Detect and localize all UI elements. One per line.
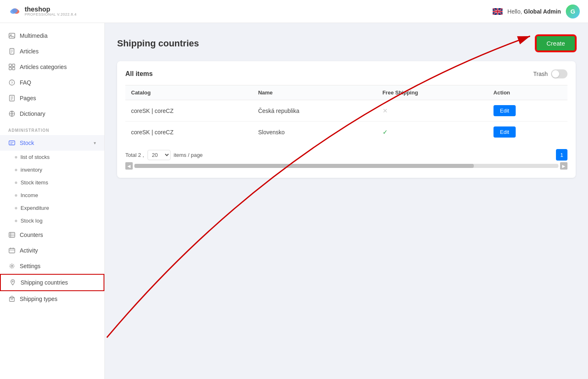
box-icon: [8, 295, 16, 303]
horizontal-scrollbar[interactable]: ◀ ▶: [125, 162, 567, 170]
sidebar-item-stock[interactable]: Stock ▾: [0, 135, 104, 151]
sidebar-item-shipping-types[interactable]: Shipping types: [0, 291, 104, 307]
sidebar-item-settings[interactable]: Settings: [0, 258, 104, 274]
svg-rect-5: [12, 64, 15, 67]
sidebar-item-articles-categories[interactable]: Articles categories: [0, 59, 104, 75]
table-icon: [8, 231, 16, 239]
image-icon: [8, 32, 16, 39]
sidebar-item-pages[interactable]: Pages: [0, 90, 104, 106]
scroll-right-arrow[interactable]: ▶: [560, 162, 567, 170]
sidebar-item-income[interactable]: Income: [0, 189, 104, 202]
sub-dot-icon: [15, 207, 17, 209]
sidebar-item-activity[interactable]: Activity: [0, 243, 104, 258]
circle-q-icon: ?: [8, 79, 16, 86]
scroll-left-arrow[interactable]: ◀: [125, 162, 133, 170]
trash-label: Trash: [533, 71, 548, 77]
sidebar-item-stock-log[interactable]: Stock log: [0, 214, 104, 227]
location-icon: [9, 279, 16, 286]
sidebar-item-list-of-stocks[interactable]: list of stocks: [0, 151, 104, 163]
sidebar-item-faq[interactable]: ? FAQ: [0, 75, 104, 90]
multimedia-label: Multimedia: [20, 32, 48, 39]
cell-free-shipping: ✕: [377, 100, 488, 122]
settings-label: Settings: [20, 263, 41, 269]
header: theshop PROFESSIONAL v.2022.8.4 Hello, G…: [0, 0, 588, 23]
file-icon: [8, 48, 16, 55]
sub-dot-icon: [15, 181, 17, 184]
main-content: Shipping countries Create All items Tras…: [105, 23, 588, 379]
calendar-icon: [8, 247, 16, 254]
scroll-track[interactable]: [134, 164, 558, 168]
sidebar: Multimedia Articles Articles categories …: [0, 23, 105, 379]
articles-categories-label: Articles categories: [20, 64, 67, 70]
counters-label: Counters: [20, 232, 43, 238]
items-card: All items Trash Catalog Name Free Shippi…: [117, 61, 576, 178]
sidebar-item-inventory[interactable]: inventory: [0, 163, 104, 176]
logo-text: theshop PROFESSIONAL v.2022.8.4: [25, 6, 76, 17]
col-catalog: Catalog: [125, 85, 252, 100]
chevron-down-icon: ▾: [94, 140, 96, 146]
grid-icon: [8, 63, 16, 71]
svg-rect-12: [9, 141, 15, 145]
edit-button[interactable]: Edit: [493, 105, 516, 116]
cross-icon: ✕: [383, 107, 388, 114]
header-right: Hello, Global Admin G: [493, 5, 580, 18]
col-action: Action: [488, 85, 567, 100]
stock-icon: [8, 139, 16, 147]
sidebar-item-expenditure[interactable]: Expenditure: [0, 202, 104, 214]
shipping-types-label: Shipping types: [20, 296, 58, 302]
sidebar-item-articles[interactable]: Articles: [0, 44, 104, 59]
admin-section-label: ADMINISTRATION: [0, 122, 104, 135]
cell-catalog: coreSK | coreCZ: [125, 100, 252, 122]
table-row: coreSK | coreCZ Česká republika ✕ Edit: [125, 100, 567, 122]
cell-free-shipping: ✓: [377, 122, 488, 143]
total-label: Total 2 ,: [125, 152, 144, 158]
page-header: Shipping countries Create: [117, 35, 576, 51]
activity-label: Activity: [20, 247, 38, 254]
pagination-row: Total 2 , 20 50 100 items / page 1: [125, 149, 567, 161]
per-page-select[interactable]: 20 50 100: [148, 150, 171, 160]
sidebar-item-dictionary[interactable]: Dictionary: [0, 106, 104, 122]
avatar[interactable]: G: [566, 5, 580, 18]
toggle-knob: [552, 70, 559, 78]
edit-button[interactable]: Edit: [493, 126, 516, 138]
sidebar-item-stock-items[interactable]: Stock items: [0, 176, 104, 189]
trash-area: Trash: [533, 69, 567, 78]
svg-point-2: [10, 34, 12, 36]
app-name: theshop: [25, 6, 76, 13]
flag-icon[interactable]: [493, 8, 503, 15]
sidebar-item-counters[interactable]: Counters: [0, 227, 104, 243]
cell-action: Edit: [488, 122, 567, 143]
svg-point-16: [12, 281, 14, 282]
page-1-button[interactable]: 1: [556, 149, 567, 161]
svg-rect-14: [9, 248, 15, 253]
sub-dot-icon: [15, 169, 17, 171]
scroll-thumb: [134, 164, 474, 168]
col-name: Name: [252, 85, 376, 100]
globe-icon: [8, 110, 16, 117]
cell-action: Edit: [488, 100, 567, 122]
logo-icon: [8, 6, 21, 16]
per-page-label: items / page: [174, 152, 203, 158]
check-icon: ✓: [383, 129, 388, 136]
create-button[interactable]: Create: [536, 35, 576, 51]
svg-text:?: ?: [11, 81, 13, 85]
sidebar-item-shipping-countries[interactable]: Shipping countries: [0, 274, 104, 291]
svg-rect-1: [9, 33, 15, 38]
svg-rect-6: [9, 67, 12, 70]
svg-rect-4: [9, 64, 12, 67]
app-body: Multimedia Articles Articles categories …: [0, 23, 588, 379]
sub-dot-icon: [15, 194, 17, 197]
stock-label: Stock: [20, 140, 34, 146]
page-title: Shipping countries: [117, 38, 199, 49]
logo-area: theshop PROFESSIONAL v.2022.8.4: [8, 6, 76, 17]
sub-dot-icon: [15, 220, 17, 222]
sidebar-item-multimedia[interactable]: Multimedia: [0, 28, 104, 44]
svg-rect-13: [9, 232, 15, 237]
card-header: All items Trash: [125, 69, 567, 78]
svg-rect-7: [12, 67, 15, 70]
gear-icon: [8, 262, 16, 270]
table-row: coreSK | coreCZ Slovensko ✓ Edit: [125, 122, 567, 143]
svg-point-15: [11, 265, 13, 267]
trash-toggle[interactable]: [551, 69, 567, 78]
items-table: Catalog Name Free Shipping Action coreSK…: [125, 85, 567, 142]
